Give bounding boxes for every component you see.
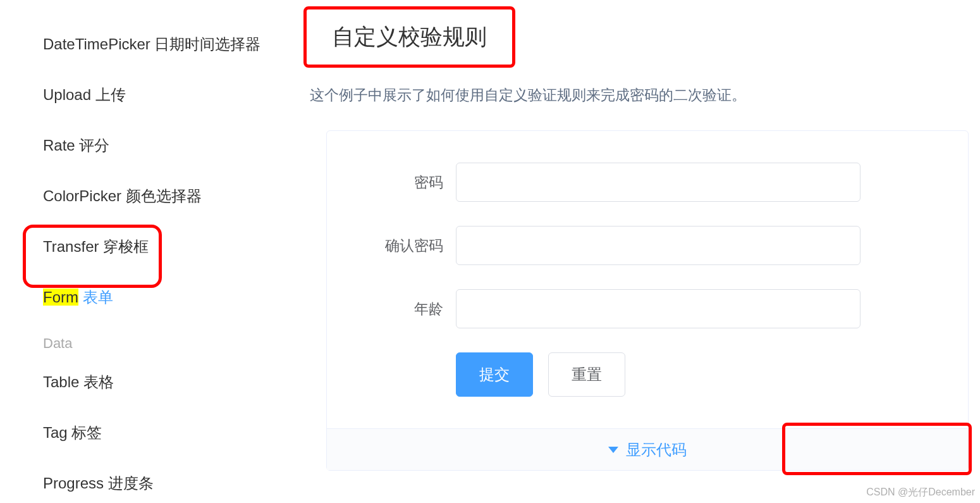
submit-button[interactable]: 提交 <box>456 352 533 397</box>
password-label: 密码 <box>352 173 456 192</box>
annotation-box-title: 自定义校验规则 <box>303 6 515 68</box>
caret-down-icon <box>608 447 618 453</box>
page-title: 自定义校验规则 <box>332 22 487 52</box>
show-code-label: 显示代码 <box>626 440 687 460</box>
sidebar-item-datetimepicker[interactable]: DateTimePicker 日期时间选择器 <box>43 19 291 70</box>
sidebar-item-label-prefix: Form <box>43 289 78 306</box>
age-label: 年龄 <box>352 299 456 319</box>
sidebar: DateTimePicker 日期时间选择器 Upload 上传 Rate 评分… <box>0 0 291 503</box>
age-input[interactable] <box>456 289 861 328</box>
password-input[interactable] <box>456 163 861 202</box>
annotation-box-code <box>782 423 972 475</box>
sidebar-item-label-suffix: 表单 <box>78 289 113 306</box>
sidebar-item-transfer[interactable]: Transfer 穿梭框 <box>43 221 291 272</box>
confirm-password-input[interactable] <box>456 226 861 265</box>
sidebar-item-upload[interactable]: Upload 上传 <box>43 70 291 120</box>
sidebar-item-rate[interactable]: Rate 评分 <box>43 120 291 171</box>
watermark: CSDN @光仔December <box>866 486 975 499</box>
form-row-password: 密码 <box>352 163 943 202</box>
form-row-age: 年龄 <box>352 289 943 328</box>
show-code-text: 显示代码 <box>608 440 687 460</box>
sidebar-item-tag[interactable]: Tag 标签 <box>43 407 291 458</box>
sidebar-item-progress[interactable]: Progress 进度条 <box>43 458 291 503</box>
form-actions: 提交 重置 <box>456 352 943 397</box>
sidebar-group-data: Data <box>43 323 291 357</box>
sidebar-item-form[interactable]: Form 表单 <box>43 272 291 323</box>
reset-button[interactable]: 重置 <box>548 352 625 397</box>
page-subtitle: 这个例子中展示了如何使用自定义验证规则来完成密码的二次验证。 <box>310 85 980 105</box>
main-content: 自定义校验规则 这个例子中展示了如何使用自定义验证规则来完成密码的二次验证。 密… <box>291 0 980 503</box>
sidebar-item-table[interactable]: Table 表格 <box>43 357 291 407</box>
form-row-confirm: 确认密码 <box>352 226 943 265</box>
confirm-password-label: 确认密码 <box>352 236 456 256</box>
sidebar-item-colorpicker[interactable]: ColorPicker 颜色选择器 <box>43 171 291 221</box>
form-card: 密码 确认密码 年龄 提交 重置 显示代码 <box>326 130 969 471</box>
show-code-bar[interactable]: 显示代码 <box>327 428 968 470</box>
